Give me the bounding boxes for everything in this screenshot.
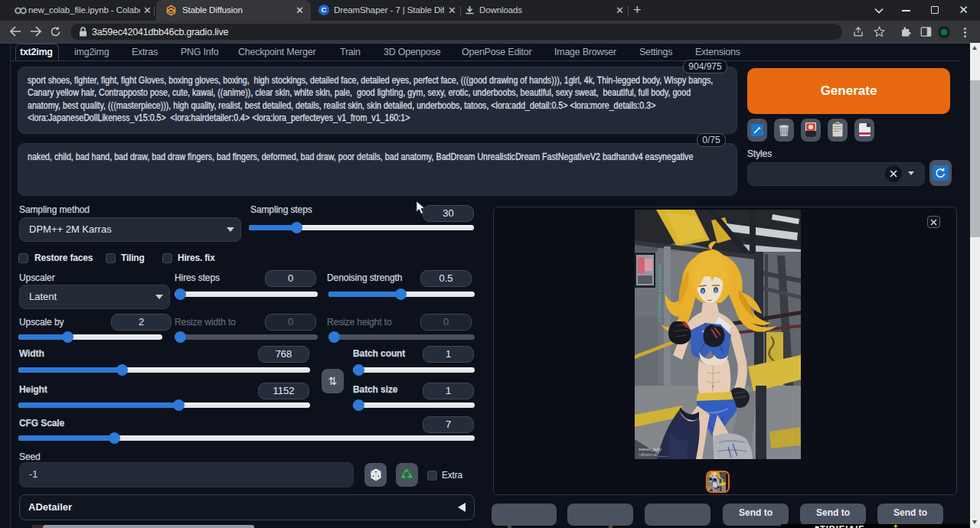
svg-text:C: C	[322, 5, 327, 14]
